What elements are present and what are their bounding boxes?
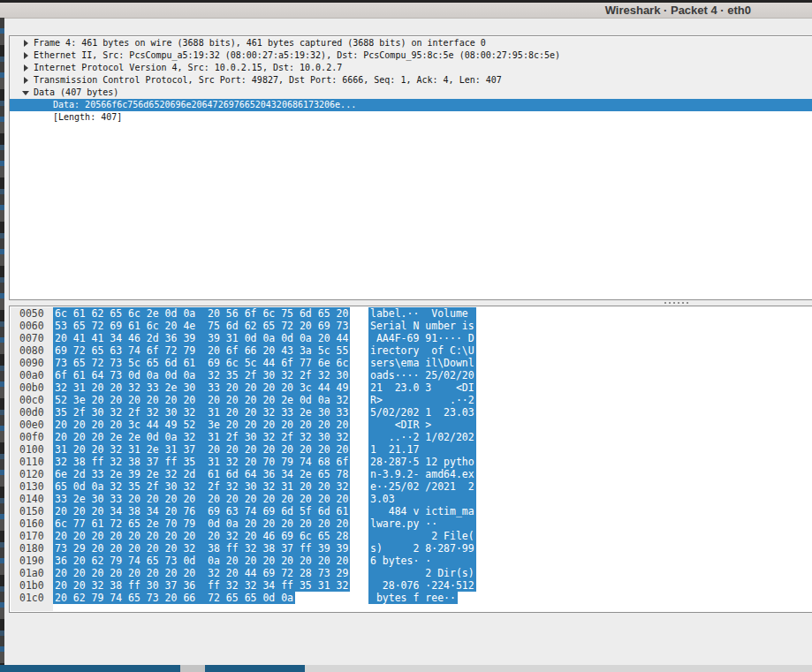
hex-dump-row[interactable]: 018073 29 20 20 20 20 20 32 38 ff 32 38 … bbox=[10, 542, 812, 555]
hex-dump-row[interactable]: 01a020 20 20 20 20 20 20 20 32 20 44 69 … bbox=[10, 567, 812, 579]
hex-bytes-selected[interactable]: 36 20 62 79 74 65 73 0d 0a 20 20 20 20 2… bbox=[53, 555, 350, 567]
packet-detail-row-selected[interactable]: Data: 20566f6c756d6520696e20647269766520… bbox=[10, 99, 812, 111]
hex-bytes-selected[interactable]: 20 20 20 20 20 20 20 20 32 20 44 69 72 2… bbox=[53, 567, 350, 579]
hex-bytes-selected[interactable]: 32 31 20 20 32 33 2e 30 33 20 20 20 20 3… bbox=[53, 381, 350, 394]
hex-dump-row[interactable]: 00f020 20 20 2e 2e 0d 0a 32 31 2f 30 32 … bbox=[10, 431, 812, 443]
hex-dump-row[interactable]: 015020 20 20 34 38 34 20 76 69 63 74 69 … bbox=[10, 505, 812, 517]
hex-bytes-selected[interactable]: 35 2f 30 32 2f 32 30 32 31 20 20 32 33 2… bbox=[53, 406, 350, 419]
hex-offset: 00e0 bbox=[19, 419, 44, 431]
hex-dump-rows: 00506c 61 62 65 6c 2e 0d 0a 20 56 6f 6c … bbox=[10, 307, 812, 604]
hex-dump-row[interactable]: 019036 20 62 79 74 65 73 0d 0a 20 20 20 … bbox=[10, 555, 812, 567]
hex-offset: 0080 bbox=[19, 344, 44, 357]
hex-offset: 01a0 bbox=[19, 567, 44, 579]
hex-bytes-selected[interactable]: 20 41 41 34 46 2d 36 39 39 31 0d 0a 0d 0… bbox=[53, 332, 350, 344]
hex-dump-row[interactable]: 010031 20 20 32 31 2e 31 37 20 20 20 20 … bbox=[10, 443, 812, 456]
hex-bytes-selected[interactable]: 69 72 65 63 74 6f 72 79 20 6f 66 20 43 3… bbox=[53, 344, 350, 357]
hex-dump-row[interactable]: 01606c 77 61 72 65 2e 70 79 0d 0a 20 20 … bbox=[10, 517, 812, 530]
ascii-bytes-selected[interactable]: sers\ema il\Downl bbox=[368, 357, 476, 369]
hex-dump-row[interactable]: 00e020 20 20 20 3c 44 49 52 3e 20 20 20 … bbox=[10, 419, 812, 431]
hex-bytes-selected[interactable]: 33 2e 30 33 20 20 20 20 20 20 20 20 20 2… bbox=[53, 493, 350, 505]
ascii-bytes-selected[interactable]: R> .··2 bbox=[368, 394, 476, 406]
hex-bytes-selected[interactable]: 53 65 72 69 61 6c 20 4e 75 6d 62 65 72 2… bbox=[53, 320, 350, 332]
background-window-edge bbox=[0, 18, 4, 672]
hex-dump-row[interactable]: 017020 20 20 20 20 20 20 20 20 32 20 46 … bbox=[10, 530, 812, 542]
packet-detail-row[interactable]: Data (407 bytes) bbox=[10, 87, 812, 99]
hex-bytes-selected[interactable]: 6f 61 64 73 0d 0a 0d 0a 32 35 2f 30 32 2… bbox=[53, 369, 350, 381]
window-title: Wireshark · Packet 4 · eth0 bbox=[605, 4, 751, 17]
ascii-bytes-selected[interactable]: oads···· 25/02/20 bbox=[368, 369, 476, 381]
hex-bytes-selected[interactable]: 20 20 20 20 20 20 20 20 20 32 20 46 69 6… bbox=[53, 530, 350, 542]
expand-twisty-icon[interactable] bbox=[18, 49, 34, 62]
ascii-bytes-selected[interactable]: 28·287·5 12 pytho bbox=[368, 456, 476, 468]
ascii-bytes-selected[interactable]: n-3.9.2- amd64.ex bbox=[368, 468, 476, 480]
packet-detail-row[interactable]: [Length: 407] bbox=[10, 111, 812, 124]
hex-offset: 0090 bbox=[19, 357, 44, 369]
hex-bytes-selected[interactable]: 52 3e 20 20 20 20 20 20 20 20 20 20 2e 0… bbox=[53, 394, 350, 406]
hex-dump-row[interactable]: 00506c 61 62 65 6c 2e 0d 0a 20 56 6f 6c … bbox=[10, 307, 812, 320]
hex-bytes-selected[interactable]: 20 62 79 74 65 73 20 66 72 65 65 0d 0a bbox=[53, 592, 295, 604]
hex-bytes-selected[interactable]: 31 20 20 32 31 2e 31 37 20 20 20 20 20 2… bbox=[53, 443, 350, 456]
packet-detail-row[interactable]: Ethernet II, Src: PcsCompu_a5:19:32 (08:… bbox=[10, 49, 812, 62]
hex-dump-row[interactable]: 00c052 3e 20 20 20 20 20 20 20 20 20 20 … bbox=[10, 394, 812, 406]
ascii-bytes-selected[interactable]: 2 File( bbox=[368, 530, 476, 542]
hex-bytes-selected[interactable]: 65 0d 0a 32 35 2f 30 32 2f 32 30 32 31 2… bbox=[53, 480, 350, 493]
hex-bytes-selected[interactable]: 20 20 20 2e 2e 0d 0a 32 31 2f 30 32 2f 3… bbox=[53, 431, 350, 443]
collapse-twisty-icon[interactable] bbox=[18, 87, 34, 99]
hex-dump-row[interactable]: 006053 65 72 69 61 6c 20 4e 75 6d 62 65 … bbox=[10, 320, 812, 332]
ascii-bytes-selected[interactable]: AA4F-69 91···· D bbox=[368, 332, 476, 344]
ascii-bytes-selected[interactable]: 484 v ictim_ma bbox=[368, 505, 476, 517]
hex-dump-row[interactable]: 009073 65 72 73 5c 65 6d 61 69 6c 5c 44 … bbox=[10, 357, 812, 369]
hex-bytes-selected[interactable]: 6e 2d 33 2e 39 2e 32 2d 61 6d 64 36 34 2… bbox=[53, 468, 350, 480]
hex-bytes-selected[interactable]: 20 20 20 34 38 34 20 76 69 63 74 69 6d 5… bbox=[53, 505, 350, 517]
hex-dump-row[interactable]: 01206e 2d 33 2e 39 2e 32 2d 61 6d 64 36 … bbox=[10, 468, 812, 480]
ascii-bytes-selected[interactable]: 5/02/202 1 23.03 bbox=[368, 406, 476, 419]
ascii-bytes-selected[interactable]: e··25/02 /2021 2 bbox=[368, 480, 476, 493]
ascii-bytes-selected[interactable]: ..··2 1/02/202 bbox=[368, 431, 476, 443]
packet-detail-row[interactable]: Frame 4: 461 bytes on wire (3688 bits), … bbox=[10, 37, 812, 49]
hex-bytes-selected[interactable]: 73 29 20 20 20 20 20 32 38 ff 32 38 37 f… bbox=[53, 542, 350, 555]
expand-twisty-icon[interactable] bbox=[18, 74, 34, 87]
hex-dump-row[interactable]: 00b032 31 20 20 32 33 2e 30 33 20 20 20 … bbox=[10, 381, 812, 394]
hex-dump-row[interactable]: 007020 41 41 34 46 2d 36 39 39 31 0d 0a … bbox=[10, 332, 812, 344]
hex-bytes-selected[interactable]: 20 20 32 38 ff 30 37 36 ff 32 32 34 ff 3… bbox=[53, 579, 350, 592]
hex-bytes-selected[interactable]: 20 20 20 20 3c 44 49 52 3e 20 20 20 20 2… bbox=[53, 419, 350, 431]
ascii-bytes-selected[interactable]: s) 2 8·287·99 bbox=[368, 542, 476, 555]
ascii-bytes-selected[interactable]: 6 bytes· · bbox=[368, 555, 476, 567]
hex-bytes-selected[interactable]: 6c 61 62 65 6c 2e 0d 0a 20 56 6f 6c 75 6… bbox=[53, 307, 350, 320]
wireshark-packet-dialog: Wireshark · Packet 4 · eth0 Frame 4: 461… bbox=[0, 0, 812, 672]
hex-dump-row[interactable]: 01b020 20 32 38 ff 30 37 36 ff 32 32 34 … bbox=[10, 579, 812, 592]
ascii-bytes-selected[interactable]: 1 21.17 bbox=[368, 443, 476, 456]
ascii-bytes-selected[interactable]: bytes f ree·· bbox=[368, 592, 458, 604]
ascii-bytes-selected[interactable]: Serial N umber is bbox=[368, 320, 476, 332]
hex-offset: 00f0 bbox=[19, 431, 44, 443]
hex-dump-row[interactable]: 01c020 62 79 74 65 73 20 66 72 65 65 0d … bbox=[10, 592, 812, 604]
hex-bytes-selected[interactable]: 73 65 72 73 5c 65 6d 61 69 6c 5c 44 6f 7… bbox=[53, 357, 350, 369]
hex-dump-row[interactable]: 013065 0d 0a 32 35 2f 30 32 2f 32 30 32 … bbox=[10, 480, 812, 493]
ascii-bytes-selected[interactable]: 2 Dir(s) bbox=[368, 567, 476, 579]
hex-dump-row[interactable]: 00a06f 61 64 73 0d 0a 0d 0a 32 35 2f 30 … bbox=[10, 369, 812, 381]
taskbar-fragment-segment bbox=[305, 665, 812, 672]
hex-dump-row[interactable]: 014033 2e 30 33 20 20 20 20 20 20 20 20 … bbox=[10, 493, 812, 505]
pane-splitter-handle[interactable] bbox=[664, 301, 693, 305]
hex-dump-row[interactable]: 00d035 2f 30 32 2f 32 30 32 31 20 20 32 … bbox=[10, 406, 812, 419]
packet-detail-tree[interactable]: Frame 4: 461 bytes on wire (3688 bits), … bbox=[9, 35, 812, 300]
hex-bytes-selected[interactable]: 32 38 ff 32 38 37 ff 35 31 32 20 70 79 7… bbox=[53, 456, 350, 468]
hex-dump-pane[interactable]: 00506c 61 62 65 6c 2e 0d 0a 20 56 6f 6c … bbox=[9, 306, 812, 613]
expand-twisty-icon[interactable] bbox=[18, 37, 34, 49]
packet-detail-row[interactable]: Transmission Control Protocol, Src Port:… bbox=[10, 74, 812, 87]
hex-offset: 00c0 bbox=[19, 394, 44, 406]
hex-dump-row[interactable]: 011032 38 ff 32 38 37 ff 35 31 32 20 70 … bbox=[10, 456, 812, 468]
hex-dump-row[interactable]: 008069 72 65 63 74 6f 72 79 20 6f 66 20 … bbox=[10, 344, 812, 357]
ascii-bytes-selected[interactable]: label.·· Volume bbox=[368, 307, 476, 320]
expand-twisty-icon[interactable] bbox=[18, 62, 34, 74]
hex-bytes-selected[interactable]: 6c 77 61 72 65 2e 70 79 0d 0a 20 20 20 2… bbox=[53, 517, 350, 530]
packet-detail-row[interactable]: Internet Protocol Version 4, Src: 10.0.2… bbox=[10, 62, 812, 74]
ascii-bytes-selected[interactable]: <DIR > bbox=[368, 419, 476, 431]
ascii-bytes-selected[interactable]: lware.py ·· bbox=[368, 517, 476, 530]
hex-offset: 0130 bbox=[19, 480, 44, 493]
ascii-bytes-selected[interactable]: irectory of C:\U bbox=[368, 344, 476, 357]
ascii-bytes-selected[interactable]: 21 23.0 3 <DI bbox=[368, 381, 476, 394]
ascii-bytes-selected[interactable]: 3.03 bbox=[368, 493, 476, 505]
window-titlebar[interactable]: Wireshark · Packet 4 · eth0 bbox=[0, 3, 812, 19]
ascii-bytes-selected[interactable]: 28·076 ·224·512 bbox=[368, 579, 476, 592]
